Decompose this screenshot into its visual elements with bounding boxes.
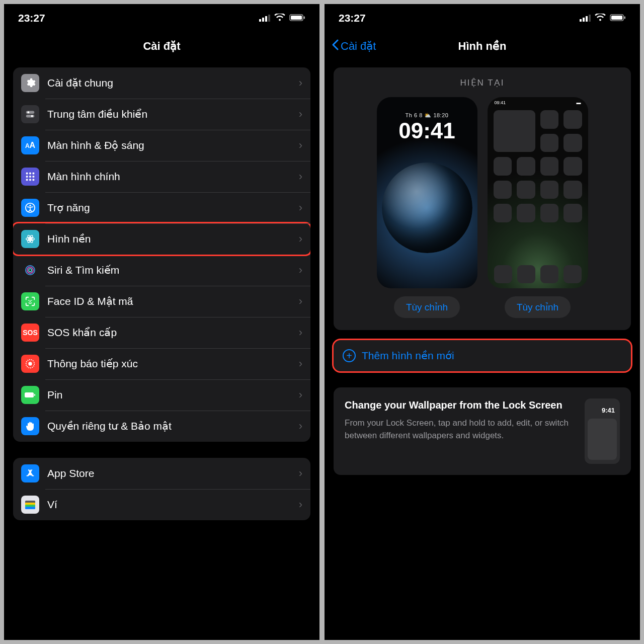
settings-row-flower[interactable]: Hình nền› — [13, 223, 310, 255]
back-label: Cài đặt — [341, 40, 376, 53]
svg-rect-12 — [29, 173, 31, 175]
svg-rect-43 — [589, 15, 591, 22]
tip-thumb-icon: 9:41 — [585, 398, 620, 464]
svg-rect-17 — [26, 179, 28, 181]
face-icon — [21, 292, 39, 310]
svg-point-8 — [27, 111, 29, 113]
svg-rect-19 — [33, 179, 35, 181]
svg-rect-42 — [586, 16, 588, 22]
appstore-icon — [21, 464, 39, 482]
svg-rect-13 — [33, 173, 35, 175]
svg-point-31 — [31, 300, 32, 301]
status-icons — [259, 12, 305, 24]
svg-rect-6 — [304, 17, 305, 19]
svg-rect-18 — [29, 179, 31, 181]
settings-row-wallet[interactable]: Ví› — [13, 489, 310, 520]
settings-row-SOS[interactable]: SOSSOS khẩn cấp› — [13, 317, 310, 348]
battery-icon — [289, 12, 305, 24]
wallpaper-screen: 23:27 Cài đặt Hình nền HIỆN TẠI — [325, 4, 640, 640]
chevron-left-icon — [332, 39, 339, 53]
current-label: HIỆN TẠI — [346, 77, 619, 88]
battery-icon — [610, 12, 626, 24]
chevron-right-icon: › — [299, 139, 302, 152]
dock-icon — [493, 265, 583, 283]
cellular-icon — [580, 12, 591, 24]
chevron-right-icon: › — [299, 108, 302, 121]
row-label: Trung tâm điều khiển — [47, 108, 147, 120]
siri-icon — [21, 261, 39, 279]
add-wallpaper-label: Thêm hình nền mới — [362, 350, 454, 362]
settings-group-2: App Store›Ví› — [13, 458, 310, 520]
status-time: 23:27 — [18, 12, 45, 24]
plus-circle-icon: + — [343, 349, 356, 362]
settings-screen: 23:27 Cài đặt Cài đặt chung›Trung tâm đi… — [4, 4, 319, 640]
svg-rect-2 — [265, 16, 267, 22]
svg-point-33 — [28, 362, 32, 365]
customize-lock-button[interactable]: Tùy chỉnh — [394, 296, 460, 318]
settings-row-grid[interactable]: Màn hình chính› — [13, 161, 310, 192]
svg-rect-41 — [583, 18, 585, 22]
svg-rect-34 — [25, 392, 34, 397]
nav-bar: Cài đặt Hình nền — [325, 32, 640, 60]
svg-rect-35 — [34, 394, 35, 396]
svg-rect-0 — [259, 19, 261, 22]
settings-row-exposure[interactable]: Thông báo tiếp xúc› — [13, 348, 310, 379]
settings-group-1: Cài đặt chung›Trung tâm điều khiển›AAMàn… — [13, 67, 310, 442]
row-label: Siri & Tìm kiếm — [47, 264, 119, 276]
home-screen-preview[interactable]: 09:41 ▬ — [488, 97, 588, 288]
svg-point-21 — [29, 205, 31, 206]
svg-rect-11 — [26, 173, 28, 175]
AA-icon: AA — [21, 136, 39, 154]
row-label: Quyền riêng tư & Bảo mật — [47, 420, 172, 432]
svg-rect-14 — [26, 176, 28, 178]
svg-point-26 — [25, 265, 36, 276]
tip-subtitle: From your Lock Screen, tap and hold to a… — [345, 417, 575, 442]
wifi-icon — [595, 12, 606, 24]
row-label: App Store — [47, 467, 94, 479]
settings-row-hand[interactable]: Quyền riêng tư & Bảo mật› — [13, 411, 310, 442]
row-label: Màn hình & Độ sáng — [47, 139, 144, 151]
customize-home-button[interactable]: Tùy chỉnh — [505, 296, 571, 318]
svg-point-10 — [31, 115, 33, 117]
settings-row-AA[interactable]: AAMàn hình & Độ sáng› — [13, 130, 310, 161]
cellular-icon — [259, 12, 270, 24]
chevron-right-icon: › — [299, 388, 302, 401]
chevron-right-icon: › — [299, 232, 302, 246]
row-label: Thông báo tiếp xúc — [47, 358, 138, 370]
row-label: Màn hình chính — [47, 171, 120, 183]
settings-row-control[interactable]: Trung tâm điều khiển› — [13, 99, 310, 130]
settings-row-battery[interactable]: Pin› — [13, 379, 310, 411]
SOS-icon: SOS — [21, 324, 39, 342]
wallpaper-content[interactable]: HIỆN TẠI Th 6 8 ⛅ 18:20 09:41 Tùy chỉnh — [325, 60, 640, 640]
chevron-right-icon: › — [299, 326, 302, 339]
svg-rect-39 — [25, 507, 35, 509]
back-button[interactable]: Cài đặt — [332, 39, 376, 53]
chevron-right-icon: › — [299, 498, 302, 511]
tip-panel: Change your Wallpaper from the Lock Scre… — [334, 387, 631, 475]
battery-icon — [21, 386, 39, 404]
chevron-right-icon: › — [299, 420, 302, 433]
lock-preview-time: 09:41 — [377, 120, 477, 142]
tip-title: Change your Wallpaper from the Lock Scre… — [345, 398, 575, 412]
svg-rect-3 — [268, 15, 270, 22]
settings-row-face[interactable]: Face ID & Mật mã› — [13, 286, 310, 317]
svg-rect-45 — [611, 16, 622, 20]
add-wallpaper-button[interactable]: + Thêm hình nền mới — [334, 340, 631, 371]
svg-rect-1 — [262, 18, 264, 22]
svg-rect-40 — [580, 19, 582, 22]
control-icon — [21, 105, 39, 123]
settings-row-siri[interactable]: Siri & Tìm kiếm› — [13, 255, 310, 286]
settings-row-access[interactable]: Trợ năng› — [13, 192, 310, 223]
earth-icon — [382, 163, 472, 253]
svg-rect-7 — [26, 111, 35, 114]
lock-screen-preview[interactable]: Th 6 8 ⛅ 18:20 09:41 — [377, 97, 477, 288]
page-title: Hình nền — [458, 40, 507, 53]
status-bar: 23:27 — [4, 4, 319, 32]
settings-content[interactable]: Cài đặt chung›Trung tâm điều khiển›AAMàn… — [4, 60, 319, 640]
settings-row-gear[interactable]: Cài đặt chung› — [13, 67, 310, 99]
settings-row-appstore[interactable]: App Store› — [13, 458, 310, 489]
row-label: Hình nền — [47, 233, 91, 245]
chevron-right-icon: › — [299, 76, 302, 90]
status-bar: 23:27 — [325, 4, 640, 32]
status-icons — [580, 12, 626, 24]
